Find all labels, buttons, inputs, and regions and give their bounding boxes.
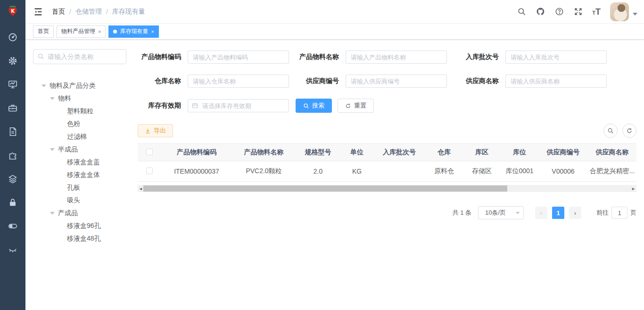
caret-down-icon[interactable] — [50, 97, 55, 100]
export-button-label: 导出 — [154, 126, 166, 135]
tree-node-root[interactable]: 物料及产品分类 — [33, 79, 127, 92]
tab-inventory-onhand[interactable]: 库存现有量 × — [108, 25, 158, 38]
eye-closed-icon — [8, 244, 18, 255]
tab-home[interactable]: 首页 — [33, 25, 54, 38]
page-number-1[interactable]: 1 — [552, 207, 564, 219]
page-size-select[interactable]: 10条/页 — [478, 206, 524, 219]
caret-down-icon[interactable] — [50, 148, 55, 151]
category-search-input[interactable] — [33, 49, 126, 64]
help-button[interactable] — [554, 7, 564, 17]
cell-product-name: PVC2.0颗粒 — [232, 161, 296, 182]
sidebar-item-settings[interactable] — [0, 49, 25, 73]
tree-node-leaf[interactable]: 移液盒96孔 — [33, 219, 127, 232]
breadcrumb-separator: / — [69, 8, 71, 16]
supplier-code-input[interactable] — [346, 75, 447, 88]
sidebar-item-monitor[interactable] — [0, 73, 25, 96]
column-header: 入库批次号 — [373, 144, 425, 161]
search-icon — [517, 7, 526, 16]
batch-no-input[interactable] — [505, 50, 607, 64]
next-page-button[interactable]: › — [569, 207, 581, 219]
header-search-button[interactable] — [517, 7, 526, 17]
hamburger-icon[interactable] — [33, 7, 43, 17]
tree-node-leaf[interactable]: 过滤棉 — [33, 130, 127, 143]
scroll-right-icon[interactable]: ► — [631, 186, 636, 191]
field-label: 供应商名称 — [454, 77, 499, 85]
close-icon[interactable]: × — [151, 29, 154, 34]
tree-node-group[interactable]: 产成品 — [33, 207, 127, 219]
avatar[interactable] — [610, 2, 629, 21]
app-window: K — [0, 0, 644, 310]
row-checkbox[interactable] — [146, 168, 153, 174]
scrollbar-thumb[interactable] — [143, 185, 507, 192]
close-icon[interactable]: × — [98, 29, 101, 34]
tree-node-leaf[interactable]: 移液盒盒体 — [33, 168, 127, 181]
tab-material-product[interactable]: 物料产品管理 × — [57, 25, 106, 38]
product-name-input[interactable] — [346, 50, 447, 64]
github-link[interactable] — [536, 7, 545, 17]
refresh-table-button[interactable] — [622, 124, 636, 138]
tree-node-leaf[interactable]: 移液盒盒盖 — [33, 156, 127, 168]
tree-node-leaf[interactable]: 色粉 — [33, 117, 127, 130]
goto-page-input[interactable] — [611, 207, 627, 219]
tree-node-leaf[interactable]: 移液盒48孔 — [33, 232, 127, 245]
document-icon — [8, 126, 18, 137]
sidebar-menu — [0, 25, 25, 261]
field-label: 入库批次号 — [454, 53, 499, 61]
tree-node-leaf[interactable]: 孔板 — [33, 181, 127, 194]
tree-node-group[interactable]: 物料 — [33, 92, 127, 105]
breadcrumb-home[interactable]: 首页 — [52, 8, 65, 16]
cell-spec: 2.0 — [296, 161, 340, 182]
sidebar-item-dashboard[interactable] — [0, 25, 25, 49]
font-size-icon[interactable]: TT — [592, 8, 601, 16]
dashboard-icon — [8, 32, 18, 42]
tree-node-label: 移液盒96孔 — [67, 222, 101, 230]
tree-node-group[interactable]: 半成品 — [33, 143, 127, 156]
tab-label: 首页 — [38, 27, 49, 35]
tree-node-leaf[interactable]: 吸头 — [33, 194, 127, 207]
breadcrumb: 首页 / 仓储管理 / 库存现有量 — [52, 8, 145, 16]
sidebar-item-lock[interactable] — [0, 191, 25, 214]
tab-label: 物料产品管理 — [61, 27, 95, 35]
search-button[interactable]: 搜索 — [296, 99, 332, 113]
fullscreen-button[interactable] — [573, 7, 583, 17]
expiry-date-input[interactable] — [188, 99, 289, 112]
cell-unit: KG — [340, 161, 373, 182]
tree-node-label: 产成品 — [58, 209, 78, 218]
caret-down-icon[interactable] — [41, 84, 46, 87]
reset-button[interactable]: 重置 — [338, 99, 374, 113]
tree-node-leaf[interactable]: 塑料颗粒 — [33, 105, 127, 117]
warehouse-name-input[interactable] — [188, 75, 289, 88]
reset-button-label: 重置 — [354, 101, 366, 110]
column-header: 库区 — [463, 144, 501, 161]
active-dot — [113, 30, 117, 34]
supplier-name-input[interactable] — [505, 75, 607, 88]
tree-node-label: 过滤棉 — [67, 133, 87, 141]
scroll-left-icon[interactable]: ◄ — [139, 186, 143, 191]
cell-product-code: ITEM00000037 — [161, 161, 232, 182]
sidebar-item-layers[interactable] — [0, 167, 25, 191]
field-label: 库存有效期 — [138, 101, 181, 110]
cell-storage-bin: 库位0001 — [501, 161, 538, 182]
sidebar-item-plugin[interactable] — [0, 143, 25, 167]
column-header: 供应商编号 — [538, 144, 588, 161]
search-icon — [303, 103, 309, 109]
toggle-search-button[interactable] — [603, 124, 618, 138]
product-code-input[interactable] — [188, 50, 289, 64]
table-horizontal-scrollbar[interactable]: ◄ ► — [138, 185, 636, 192]
gear-icon — [8, 56, 18, 66]
caret-down-icon[interactable] — [50, 212, 55, 215]
sidebar-item-toolbox[interactable] — [0, 96, 25, 120]
sidebar-item-eye[interactable] — [0, 238, 25, 261]
chevron-down-icon — [516, 212, 520, 214]
pagination-total: 共 1 条 — [453, 209, 471, 217]
sidebar-item-toggle[interactable] — [0, 214, 25, 238]
select-all-checkbox[interactable] — [146, 149, 153, 155]
tree-node-label: 移液盒48孔 — [67, 235, 101, 243]
fullscreen-icon — [574, 7, 583, 16]
prev-page-button[interactable]: ‹ — [535, 207, 547, 219]
user-menu[interactable] — [610, 2, 637, 21]
export-button[interactable]: 导出 — [138, 124, 173, 137]
table-row[interactable]: ITEM00000037 PVC2.0颗粒 2.0 KG 原料仓 存储区 库位0… — [138, 161, 636, 182]
sidebar-item-document[interactable] — [0, 120, 25, 143]
app-logo[interactable]: K — [0, 0, 25, 24]
